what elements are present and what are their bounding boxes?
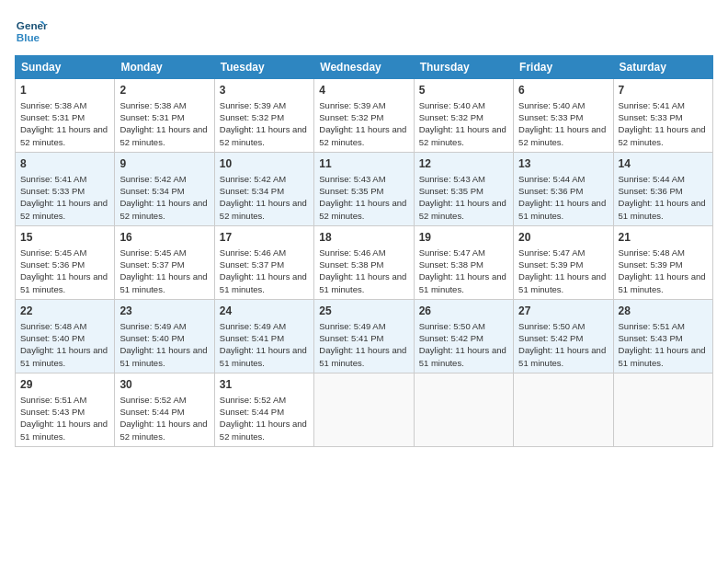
sunset-text: Sunset: 5:32 PM bbox=[419, 112, 483, 122]
calendar-cell: 20Sunrise: 5:47 AMSunset: 5:39 PMDayligh… bbox=[514, 226, 613, 300]
sunset-text: Sunset: 5:32 PM bbox=[319, 112, 383, 122]
calendar-cell: 29Sunrise: 5:51 AMSunset: 5:43 PMDayligh… bbox=[16, 373, 115, 447]
sunset-text: Sunset: 5:44 PM bbox=[220, 407, 284, 417]
day-number: 4 bbox=[319, 83, 408, 98]
calendar-cell bbox=[613, 373, 712, 447]
sunrise-text: Sunrise: 5:41 AM bbox=[619, 100, 685, 110]
svg-text:General: General bbox=[17, 19, 48, 31]
sunset-text: Sunset: 5:36 PM bbox=[518, 186, 583, 196]
daylight-text: Daylight: 11 hours and 51 minutes. bbox=[319, 271, 406, 293]
calendar-cell: 21Sunrise: 5:48 AMSunset: 5:39 PMDayligh… bbox=[613, 226, 712, 300]
daylight-text: Daylight: 11 hours and 52 minutes. bbox=[319, 124, 406, 146]
daylight-text: Daylight: 11 hours and 51 minutes. bbox=[419, 271, 506, 293]
daylight-text: Daylight: 11 hours and 51 minutes. bbox=[220, 345, 307, 367]
sunrise-text: Sunrise: 5:50 AM bbox=[518, 321, 585, 331]
day-number: 16 bbox=[119, 230, 209, 246]
sunset-text: Sunset: 5:44 PM bbox=[119, 407, 184, 417]
calendar-cell: 27Sunrise: 5:50 AMSunset: 5:42 PMDayligh… bbox=[514, 300, 613, 373]
daylight-text: Daylight: 11 hours and 52 minutes. bbox=[319, 198, 406, 220]
calendar-cell: 4Sunrise: 5:39 AMSunset: 5:32 PMDaylight… bbox=[314, 79, 414, 153]
sunrise-text: Sunrise: 5:42 AM bbox=[119, 174, 186, 184]
sunrise-text: Sunrise: 5:39 AM bbox=[220, 100, 286, 110]
daylight-text: Daylight: 11 hours and 52 minutes. bbox=[220, 198, 307, 220]
calendar-cell: 3Sunrise: 5:39 AMSunset: 5:32 PMDaylight… bbox=[214, 79, 313, 153]
daylight-text: Daylight: 11 hours and 52 minutes. bbox=[518, 124, 606, 146]
daylight-text: Daylight: 11 hours and 51 minutes. bbox=[619, 198, 706, 220]
day-number: 7 bbox=[619, 83, 708, 98]
sunrise-text: Sunrise: 5:46 AM bbox=[319, 247, 385, 258]
col-header-monday: Monday bbox=[115, 56, 214, 79]
sunset-text: Sunset: 5:37 PM bbox=[119, 259, 184, 270]
daylight-text: Daylight: 11 hours and 51 minutes. bbox=[619, 271, 706, 293]
day-number: 24 bbox=[220, 304, 309, 319]
day-number: 28 bbox=[619, 304, 708, 319]
sunset-text: Sunset: 5:31 PM bbox=[20, 112, 85, 122]
calendar-cell: 6Sunrise: 5:40 AMSunset: 5:33 PMDaylight… bbox=[514, 79, 613, 153]
calendar-cell: 5Sunrise: 5:40 AMSunset: 5:32 PMDaylight… bbox=[414, 79, 513, 153]
sunrise-text: Sunrise: 5:49 AM bbox=[319, 321, 385, 331]
sunrise-text: Sunrise: 5:51 AM bbox=[20, 395, 86, 405]
calendar-cell: 16Sunrise: 5:45 AMSunset: 5:37 PMDayligh… bbox=[115, 226, 214, 300]
sunset-text: Sunset: 5:34 PM bbox=[119, 186, 184, 196]
col-header-wednesday: Wednesday bbox=[314, 56, 414, 79]
daylight-text: Daylight: 11 hours and 51 minutes. bbox=[619, 345, 706, 367]
daylight-text: Daylight: 11 hours and 51 minutes. bbox=[20, 419, 108, 441]
daylight-text: Daylight: 11 hours and 51 minutes. bbox=[319, 345, 406, 367]
sunrise-text: Sunrise: 5:40 AM bbox=[419, 100, 485, 110]
sunrise-text: Sunrise: 5:44 AM bbox=[518, 174, 585, 184]
sunset-text: Sunset: 5:36 PM bbox=[619, 186, 683, 196]
calendar-cell: 19Sunrise: 5:47 AMSunset: 5:38 PMDayligh… bbox=[414, 226, 513, 300]
daylight-text: Daylight: 11 hours and 51 minutes. bbox=[419, 345, 506, 367]
sunrise-text: Sunrise: 5:51 AM bbox=[619, 321, 685, 331]
calendar-cell: 31Sunrise: 5:52 AMSunset: 5:44 PMDayligh… bbox=[214, 373, 313, 447]
sunrise-text: Sunrise: 5:52 AM bbox=[220, 395, 286, 405]
page-header: General Blue bbox=[15, 15, 713, 48]
day-number: 5 bbox=[419, 83, 508, 98]
day-number: 30 bbox=[119, 377, 209, 393]
calendar-cell: 17Sunrise: 5:46 AMSunset: 5:37 PMDayligh… bbox=[214, 226, 313, 300]
calendar-cell: 11Sunrise: 5:43 AMSunset: 5:35 PMDayligh… bbox=[314, 153, 414, 226]
calendar-cell bbox=[514, 373, 613, 447]
sunrise-text: Sunrise: 5:50 AM bbox=[419, 321, 485, 331]
col-header-saturday: Saturday bbox=[613, 56, 712, 79]
sunrise-text: Sunrise: 5:49 AM bbox=[119, 321, 186, 331]
col-header-tuesday: Tuesday bbox=[214, 56, 313, 79]
calendar-cell: 14Sunrise: 5:44 AMSunset: 5:36 PMDayligh… bbox=[613, 153, 712, 226]
calendar-table: SundayMondayTuesdayWednesdayThursdayFrid… bbox=[15, 55, 713, 447]
sunrise-text: Sunrise: 5:47 AM bbox=[518, 247, 585, 258]
daylight-text: Daylight: 11 hours and 51 minutes. bbox=[119, 345, 207, 367]
sunset-text: Sunset: 5:39 PM bbox=[518, 259, 583, 270]
calendar-cell: 28Sunrise: 5:51 AMSunset: 5:43 PMDayligh… bbox=[613, 300, 712, 373]
day-number: 21 bbox=[619, 230, 708, 246]
daylight-text: Daylight: 11 hours and 51 minutes. bbox=[518, 271, 606, 293]
sunset-text: Sunset: 5:33 PM bbox=[20, 186, 85, 196]
sunset-text: Sunset: 5:39 PM bbox=[619, 259, 683, 270]
calendar-cell: 9Sunrise: 5:42 AMSunset: 5:34 PMDaylight… bbox=[115, 153, 214, 226]
calendar-cell: 30Sunrise: 5:52 AMSunset: 5:44 PMDayligh… bbox=[115, 373, 214, 447]
daylight-text: Daylight: 11 hours and 52 minutes. bbox=[119, 124, 207, 146]
calendar-cell: 18Sunrise: 5:46 AMSunset: 5:38 PMDayligh… bbox=[314, 226, 414, 300]
sunset-text: Sunset: 5:42 PM bbox=[518, 333, 583, 343]
logo: General Blue bbox=[15, 15, 51, 48]
day-number: 6 bbox=[518, 83, 608, 98]
sunrise-text: Sunrise: 5:38 AM bbox=[20, 100, 86, 110]
day-number: 29 bbox=[20, 377, 109, 393]
calendar-cell: 25Sunrise: 5:49 AMSunset: 5:41 PMDayligh… bbox=[314, 300, 414, 373]
calendar-cell: 7Sunrise: 5:41 AMSunset: 5:33 PMDaylight… bbox=[613, 79, 712, 153]
sunset-text: Sunset: 5:32 PM bbox=[220, 112, 284, 122]
sunset-text: Sunset: 5:36 PM bbox=[20, 259, 85, 270]
day-number: 12 bbox=[419, 156, 508, 172]
day-number: 15 bbox=[20, 230, 109, 246]
daylight-text: Daylight: 11 hours and 52 minutes. bbox=[119, 419, 207, 441]
sunset-text: Sunset: 5:41 PM bbox=[319, 333, 383, 343]
calendar-cell: 23Sunrise: 5:49 AMSunset: 5:40 PMDayligh… bbox=[115, 300, 214, 373]
daylight-text: Daylight: 11 hours and 52 minutes. bbox=[619, 124, 706, 146]
day-number: 11 bbox=[319, 156, 408, 172]
sunrise-text: Sunrise: 5:48 AM bbox=[20, 321, 86, 331]
daylight-text: Daylight: 11 hours and 52 minutes. bbox=[419, 124, 506, 146]
sunset-text: Sunset: 5:40 PM bbox=[119, 333, 184, 343]
calendar-cell: 2Sunrise: 5:38 AMSunset: 5:31 PMDaylight… bbox=[115, 79, 214, 153]
day-number: 19 bbox=[419, 230, 508, 246]
daylight-text: Daylight: 11 hours and 51 minutes. bbox=[20, 271, 108, 293]
sunrise-text: Sunrise: 5:39 AM bbox=[319, 100, 385, 110]
